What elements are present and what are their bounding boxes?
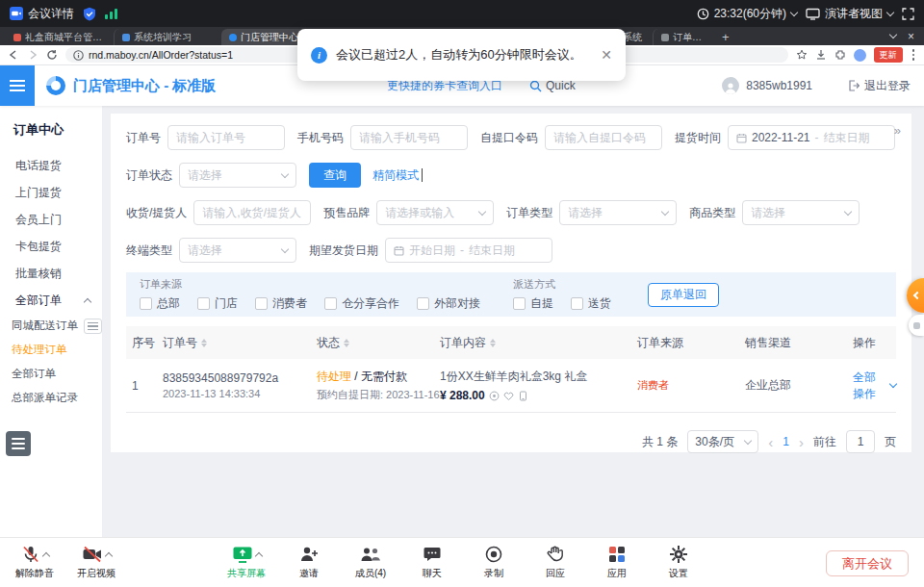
sidebar-item-member-visit[interactable]: 会员上门 <box>0 206 102 233</box>
invite-button[interactable]: 邀请 <box>291 544 327 587</box>
search-button[interactable]: 查询 <box>309 163 361 188</box>
checkbox-self-pickup[interactable]: 自提 <box>513 295 553 312</box>
checkbox-source-external[interactable]: 外部对接 <box>417 295 480 312</box>
next-page-button[interactable]: › <box>799 435 804 449</box>
order-price: ¥ 288.00 <box>440 389 485 402</box>
order-type-select[interactable]: 请选择 <box>559 200 677 225</box>
sidebar-item-batch-verify[interactable]: 批量核销 <box>0 260 102 287</box>
browser-update-badge[interactable]: 更新 <box>874 47 903 63</box>
order-status-label: 订单状态 <box>126 167 172 184</box>
order-no-input[interactable] <box>167 125 285 150</box>
view-mode-switcher[interactable]: 演讲者视图 <box>806 6 893 22</box>
edge-panel-extra[interactable] <box>909 315 924 336</box>
presale-brand-select[interactable]: 请选择或输入 <box>376 200 494 225</box>
refresh-icon[interactable] <box>46 49 58 61</box>
terminal-type-select[interactable]: 请选择 <box>179 238 296 263</box>
start-video-button[interactable]: 开启视频 <box>77 544 116 580</box>
quick-list-button[interactable] <box>6 431 31 456</box>
browser-menu-icon[interactable] <box>911 49 917 61</box>
goto-page-input[interactable] <box>846 430 875 453</box>
toast-close-icon[interactable]: ✕ <box>601 47 612 63</box>
window-close-icon[interactable]: × <box>908 30 914 43</box>
tab-search-icon[interactable] <box>889 31 897 38</box>
phone-input[interactable] <box>350 125 468 150</box>
pickup-date-range[interactable]: 2022-11-21 - 结束日期 <box>728 125 895 150</box>
forward-icon[interactable] <box>27 49 38 61</box>
collapse-panel-icon[interactable]: » <box>894 123 900 138</box>
video-options-chevron[interactable] <box>104 552 112 560</box>
order-type-label: 订单类型 <box>506 205 552 221</box>
sort-icon[interactable] <box>201 339 207 347</box>
fullscreen-icon[interactable] <box>902 8 914 20</box>
sidebar-group-label: 全部订单 <box>15 294 62 307</box>
checkbox-label: 送货 <box>588 295 611 312</box>
browser-tab-7[interactable]: 订单需求 <box>653 29 714 45</box>
sidebar-item-door-pickup[interactable]: 上门提货 <box>0 179 102 206</box>
prev-page-button[interactable]: ‹ <box>768 435 773 449</box>
new-tab-button[interactable]: + <box>722 29 730 45</box>
browser-tab-1[interactable]: 礼盒商城平台管理中心 <box>6 29 114 45</box>
receiver-input[interactable] <box>193 200 311 225</box>
unmute-label: 解除静音 <box>15 567 54 580</box>
sidebar-group-all-orders[interactable]: 全部订单 <box>0 287 102 314</box>
checkbox-source-consumer[interactable]: 消费者 <box>255 295 307 312</box>
site-info-icon[interactable] <box>73 50 84 61</box>
reaction-button[interactable]: 回应 <box>537 544 574 587</box>
members-button[interactable]: 成员(4) <box>352 544 389 587</box>
chevron-down-icon <box>478 207 486 215</box>
browser-profile-avatar[interactable] <box>854 49 866 62</box>
sidebar-item-card-pickup[interactable]: 卡包提货 <box>0 233 102 260</box>
sidebar-item-pending-orders[interactable]: 待处理订单 <box>0 338 102 362</box>
expect-ship-date-range[interactable]: 开始日期 - 结束日期 <box>385 238 552 263</box>
all-actions-dropdown[interactable]: 全部操作 <box>853 370 896 402</box>
mic-muted-icon <box>21 545 40 564</box>
apps-button[interactable]: 应用 <box>599 544 635 587</box>
order-status-select[interactable]: 请选择 <box>179 163 296 188</box>
share-options-chevron[interactable] <box>254 552 262 560</box>
share-screen-button[interactable]: 共享屏幕 <box>227 544 266 587</box>
logout-button[interactable]: 退出登录 <box>848 78 911 94</box>
goods-type-select[interactable]: 请选择 <box>742 200 860 225</box>
mic-options-chevron[interactable] <box>41 552 49 560</box>
settings-button[interactable]: 设置 <box>660 544 697 587</box>
sidebar-item-hq-dispatch-records[interactable]: 总部派单记录 <box>0 386 102 410</box>
extensions-puzzle-icon[interactable] <box>834 49 846 61</box>
back-icon[interactable] <box>8 49 19 61</box>
return-original-order-button[interactable]: 原单退回 <box>648 283 719 307</box>
meeting-details-button[interactable]: 会议详情 <box>10 6 74 22</box>
browser-tab-2[interactable]: 系统培训学习 <box>114 29 221 45</box>
checkbox-source-hq[interactable]: 总部 <box>140 295 180 312</box>
sort-icon[interactable] <box>490 339 496 347</box>
meeting-timer[interactable]: 23:32(60分钟) <box>697 6 797 22</box>
sort-icon[interactable] <box>344 339 349 347</box>
chat-button[interactable]: 聊天 <box>414 544 450 587</box>
shield-check-icon[interactable] <box>83 7 96 21</box>
col-order-no[interactable]: 订单号 <box>163 335 317 351</box>
checkbox-source-warehouse-coop[interactable]: 仓分享合作 <box>324 295 399 312</box>
page-size-select[interactable]: 30条/页 <box>687 430 758 453</box>
sidebar-item-phone-pickup[interactable]: 电话提货 <box>0 152 102 179</box>
select-placeholder: 请选择 <box>188 242 222 259</box>
pay-status: / 无需付款 <box>354 370 407 383</box>
quick-search[interactable]: Quick <box>529 79 576 92</box>
current-page[interactable]: 1 <box>783 435 789 448</box>
menu-toggle-button[interactable] <box>0 65 35 106</box>
checkbox-source-store[interactable]: 门店 <box>197 295 238 312</box>
order-content-text: 1份XX生鲜羊肉礼盒3kg 礼盒 <box>440 369 637 385</box>
sidebar-drag-handle[interactable] <box>84 319 102 334</box>
username: 8385wb1991 <box>746 79 812 92</box>
checkbox-deliver[interactable]: 送货 <box>571 295 611 312</box>
download-icon[interactable] <box>815 49 827 61</box>
col-content[interactable]: 订单内容 <box>440 335 637 351</box>
quick-search-label: Quick <box>546 79 576 92</box>
leave-meeting-button[interactable]: 离开会议 <box>826 550 909 576</box>
pickup-code-input[interactable] <box>545 125 662 150</box>
bookmark-star-icon[interactable] <box>796 49 808 61</box>
sidebar-item-all-orders[interactable]: 全部订单 <box>0 362 102 386</box>
col-index: 序号 <box>126 335 163 351</box>
simple-mode-link[interactable]: 精简模式 <box>372 167 419 184</box>
record-button[interactable]: 录制 <box>475 544 512 587</box>
search-icon <box>529 80 542 92</box>
unmute-button[interactable]: 解除静音 <box>15 544 54 580</box>
col-status[interactable]: 状态 <box>317 335 440 351</box>
